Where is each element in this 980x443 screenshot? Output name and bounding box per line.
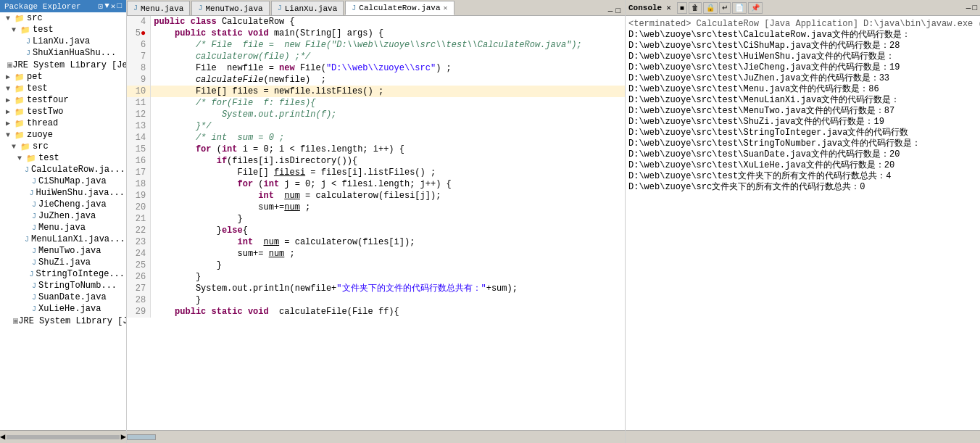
- console-bottom-bar: [626, 430, 980, 443]
- line-content[interactable]: }: [151, 271, 625, 283]
- close-console-icon[interactable]: ✕: [666, 3, 671, 12]
- maximize-editor-icon[interactable]: □: [614, 7, 622, 15]
- expand-icon: ▶: [6, 107, 13, 116]
- tree-item-juzhen[interactable]: J JuZhen.java: [0, 210, 126, 222]
- scroll-right-icon[interactable]: ▶: [121, 431, 126, 442]
- tab-menutwo[interactable]: J MenuTwo.java: [191, 1, 269, 15]
- line-content[interactable]: sum+=num ;: [151, 202, 625, 213]
- line-number: 6: [127, 39, 151, 51]
- code-line-13: 13 }*/: [127, 120, 625, 132]
- line-content[interactable]: }: [151, 294, 625, 306]
- package-explorer: Package Explorer ⊡ ▼ ✕ □ ▼ 📁 src ▼ 📁 tes…: [0, 0, 127, 443]
- tree-item-thread[interactable]: ▶ 📁 thread: [0, 117, 126, 129]
- tree-item-stringtonumb[interactable]: J StringToNumb...: [0, 280, 126, 291]
- line-content[interactable]: }*/: [151, 120, 625, 132]
- tab-lianxu[interactable]: J LianXu.java: [271, 1, 344, 15]
- tree-label: StringToIntege...: [36, 269, 125, 279]
- tree-label: test: [33, 25, 54, 35]
- line-content[interactable]: /* File file = new File("D:\\web\\zuoye\…: [151, 39, 625, 51]
- line-content[interactable]: }: [151, 260, 625, 271]
- tree-item-testfour[interactable]: ▶ 📁 testfour: [0, 94, 126, 106]
- line-content[interactable]: public static void calculateFile(File ff…: [151, 306, 625, 318]
- line-content[interactable]: System.out.println(f);: [151, 109, 625, 120]
- line-content[interactable]: for (int j = 0; j < filesi.length; j++) …: [151, 178, 625, 190]
- stop-button[interactable]: ■: [677, 2, 687, 14]
- tree-item-testtwo[interactable]: ▶ 📁 testTwo: [0, 106, 126, 117]
- line-number: 21: [127, 213, 151, 225]
- tree-item-src[interactable]: ▼ 📁 src: [0, 12, 126, 24]
- maximize-console-icon[interactable]: □: [972, 4, 977, 12]
- code-line-12: 12 System.out.println(f);: [127, 109, 625, 120]
- tab-calculaterow[interactable]: J CalculateRow.java ✕: [345, 1, 454, 15]
- line-content[interactable]: for (int i = 0; i < files.length; i++) {: [151, 144, 625, 155]
- word-wrap-button[interactable]: ↵: [719, 2, 731, 14]
- line-number: 19: [127, 190, 151, 202]
- tree-item-cishumap[interactable]: J CiShuMap.java: [0, 175, 126, 187]
- line-content[interactable]: File[] filesi = files[i].listFiles() ;: [151, 167, 625, 178]
- tree-item-test2[interactable]: ▼ 📁 test: [0, 83, 126, 94]
- tree-item-jre1[interactable]: ▣ JRE System Library [Je...: [0, 59, 126, 71]
- tree-item-menulianxi[interactable]: J MenuLianXi.java...: [0, 233, 126, 245]
- close-icon[interactable]: ✕: [111, 1, 116, 11]
- tree-item-test[interactable]: ▼ 📁 test: [0, 24, 126, 36]
- line-number: 28: [127, 294, 151, 306]
- line-content[interactable]: calculaterow(file) ;*/: [151, 51, 625, 62]
- open-file-button[interactable]: 📄: [732, 2, 747, 14]
- tree-item-stringtointeg[interactable]: J StringToIntege...: [0, 268, 126, 280]
- minimize-console-icon[interactable]: —: [966, 4, 971, 12]
- line-content[interactable]: }: [151, 213, 625, 225]
- line-content[interactable]: public static void main(String[] args) {: [151, 28, 625, 39]
- scroll-lock-button[interactable]: 🔒: [703, 2, 718, 14]
- line-number: 5●: [127, 28, 151, 39]
- menu-icon[interactable]: ▼: [104, 1, 109, 11]
- scroll-left-icon[interactable]: ◀: [0, 431, 5, 442]
- tree-item-test3[interactable]: ▼ 📁 test: [0, 152, 126, 164]
- code-editor: J Menu.java J MenuTwo.java J LianXu.java…: [127, 0, 625, 443]
- maximize-icon[interactable]: □: [117, 1, 122, 11]
- console-line: D:\web\zuoye\src\test\JieCheng.java文件的代码…: [628, 62, 977, 73]
- line-content[interactable]: System.out.println(newfile+"文件夹下的文件的代码行数…: [151, 283, 625, 294]
- tree-item-zuoye[interactable]: ▼ 📁 zuoye: [0, 129, 126, 141]
- line-content[interactable]: if(files[i].isDirectory()){: [151, 155, 625, 167]
- tree-item-xuliehe[interactable]: J XuLieHe.java: [0, 303, 126, 315]
- tab-menu[interactable]: J Menu.java: [127, 1, 190, 15]
- tree-item-menu[interactable]: J Menu.java: [0, 222, 126, 233]
- console-line: D:\web\zuoye\src\test\HuiWenShu.java文件的代…: [628, 51, 977, 62]
- java-file-icon: J: [32, 212, 36, 220]
- tree-item-shuzi[interactable]: J ShuZi.java: [0, 257, 126, 268]
- tab-label: Menu.java: [141, 4, 183, 13]
- line-content[interactable]: File[] files = newfile.listFiles() ;: [151, 86, 625, 97]
- line-content[interactable]: calculateFile(newfile) ;: [151, 74, 625, 86]
- tab-close-icon[interactable]: ✕: [444, 4, 448, 12]
- tree-item-shuxian[interactable]: J ShuXianHuaShu...: [0, 47, 126, 59]
- line-content[interactable]: }else{: [151, 225, 625, 236]
- tree-item-calculaterow[interactable]: J CalculateRow.ja...: [0, 164, 126, 175]
- pin-button[interactable]: 📌: [748, 2, 763, 14]
- tree-item-menutwo[interactable]: J MenuTwo.java: [0, 245, 126, 257]
- tree-item-jiecheng[interactable]: J JieCheng.java: [0, 199, 126, 210]
- line-content[interactable]: public class CalculateRow {: [151, 16, 625, 28]
- tree-item-jre2[interactable]: ▣ JRE System Library [Ja...: [0, 315, 126, 327]
- line-content[interactable]: int num = calculaterow(filesi[j]);: [151, 190, 625, 202]
- line-content[interactable]: sum+= num ;: [151, 248, 625, 260]
- code-content[interactable]: 4 public class CalculateRow { 5● public …: [127, 16, 625, 430]
- minimize-editor-icon[interactable]: —: [607, 7, 615, 15]
- line-content[interactable]: int num = calculaterow(files[i]);: [151, 236, 625, 248]
- tree-label: JuZhen.java: [38, 211, 96, 221]
- tree-item-pet[interactable]: ▶ 📁 pet: [0, 71, 126, 83]
- line-number: 10: [127, 86, 151, 97]
- tree-view: ▼ 📁 src ▼ 📁 test J LianXu.java J ShuXian…: [0, 12, 126, 430]
- console-line: D:\web\zuoye\src\test\Menu.java文件的代码行数是：…: [628, 84, 977, 95]
- line-content[interactable]: /* for(File f: files){: [151, 97, 625, 109]
- line-content[interactable]: File newfile = new File("D:\\web\\zuoye\…: [151, 62, 625, 74]
- clear-button[interactable]: 🗑: [689, 2, 702, 14]
- code-line-29: 29 public static void calculateFile(File…: [127, 306, 625, 318]
- console-title: Console: [628, 4, 662, 12]
- tree-item-lianxu[interactable]: J LianXu.java: [0, 36, 126, 47]
- line-content[interactable]: /* int sum = 0 ;: [151, 132, 625, 144]
- tree-item-huiwenshu[interactable]: J HuiWenShu.java...: [0, 187, 126, 199]
- collapse-icon[interactable]: ⊡: [99, 1, 104, 11]
- tree-item-suandate[interactable]: J SuanDate.java: [0, 291, 126, 303]
- tree-item-src2[interactable]: ▼ 📁 src: [0, 141, 126, 152]
- java-file-icon: J: [32, 247, 36, 255]
